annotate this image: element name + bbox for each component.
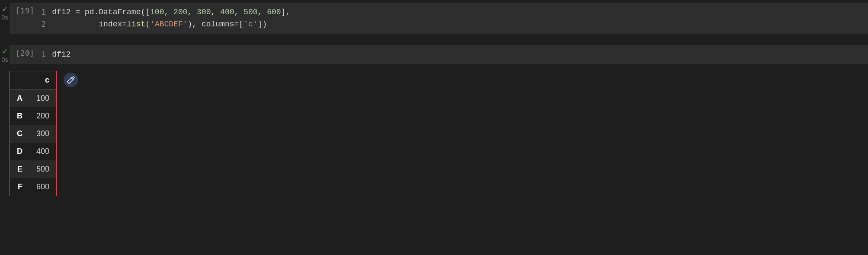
line-number: 2 <box>41 18 46 30</box>
exec-count: [19] <box>10 3 38 34</box>
line-number: 1 <box>41 6 46 18</box>
table-row: B200 <box>10 107 56 125</box>
dataframe-cell: 400 <box>29 143 56 160</box>
code-token: df12 <box>52 50 70 59</box>
code-block[interactable]: [19] 1 2 df12 = pd.DataFrame([100, 200, … <box>10 3 868 34</box>
line-numbers: 1 2 <box>38 3 52 34</box>
code-token: 500 <box>243 8 257 16</box>
magic-wand-icon <box>67 76 75 84</box>
code-token: index <box>99 20 122 29</box>
code-token: 200 <box>173 8 187 16</box>
code-token: 300 <box>197 8 211 16</box>
dataframe-row-header: F <box>10 178 29 196</box>
code-token: ], <box>281 8 291 16</box>
code-token: ( <box>145 20 150 29</box>
line-number: 1 <box>41 48 46 61</box>
code-token: , <box>164 8 173 16</box>
code-token: [ <box>239 20 243 29</box>
code-token: 100 <box>150 8 164 16</box>
dataframe-corner <box>10 71 29 89</box>
status-success-icon: ✓ <box>2 5 8 13</box>
code-cell: ✓ 0s [19] 1 2 df12 = pd.DataFrame([100, … <box>0 3 868 34</box>
output-content: c A100 B200 C300 D400 E500 F600 <box>10 71 868 196</box>
dataframe-col-header: c <box>29 71 56 89</box>
code-token: , <box>187 8 197 16</box>
dataframe-cell: 600 <box>29 178 56 196</box>
exec-count: [20] <box>10 45 38 64</box>
code-token: 'c' <box>243 20 257 29</box>
code-token: , <box>258 8 267 16</box>
dataframe-table: c A100 B200 C300 D400 E500 F600 <box>10 71 57 196</box>
code-token: = <box>234 20 239 29</box>
code-token: , <box>211 8 221 16</box>
cell-body: [20] 1 df12 c A100 B200 <box>10 45 868 196</box>
dataframe-cell: 200 <box>29 107 56 125</box>
dataframe-row-header: D <box>10 143 29 160</box>
code-token: list <box>127 20 145 29</box>
code-token: 400 <box>220 8 234 16</box>
code-token: = <box>122 20 127 29</box>
dataframe-row-header: C <box>10 125 29 143</box>
code-content[interactable]: df12 = pd.DataFrame([100, 200, 300, 400,… <box>52 3 290 34</box>
table-row: C300 <box>10 125 56 143</box>
dataframe-row-header: A <box>10 89 29 107</box>
dataframe-row-header: B <box>10 107 29 125</box>
exec-timing: 0s <box>2 14 8 21</box>
dataframe-cell: 500 <box>29 160 56 178</box>
table-row: A100 <box>10 89 56 107</box>
indent-guide <box>52 20 99 29</box>
code-cell: ✓ 0s [20] 1 df12 c A100 <box>0 45 868 196</box>
code-token: pd.DataFrame([ <box>80 8 150 16</box>
code-token: df12 <box>52 8 75 16</box>
cell-gutter: ✓ 0s <box>0 45 10 63</box>
code-token: 600 <box>267 8 281 16</box>
code-token: 'ABCDEF' <box>150 20 187 29</box>
code-token: ]) <box>258 20 267 29</box>
exec-timing: 0s <box>2 56 8 63</box>
table-row: F600 <box>10 178 56 196</box>
status-success-icon: ✓ <box>2 48 8 55</box>
table-row: D400 <box>10 143 56 160</box>
table-row: E500 <box>10 160 56 178</box>
dataframe-cell: 300 <box>29 125 56 143</box>
magic-wand-button[interactable] <box>64 73 78 87</box>
code-token: = <box>75 8 80 16</box>
code-token: , <box>234 8 244 16</box>
output-area: c A100 B200 C300 D400 E500 F600 <box>10 64 868 196</box>
code-content[interactable]: df12 <box>52 45 70 64</box>
code-token: ), columns <box>188 20 234 29</box>
dataframe-cell: 100 <box>29 89 56 107</box>
cell-gutter: ✓ 0s <box>0 3 10 21</box>
dataframe-row-header: E <box>10 160 29 178</box>
cell-body: [19] 1 2 df12 = pd.DataFrame([100, 200, … <box>10 3 868 34</box>
code-block[interactable]: [20] 1 df12 <box>10 45 868 64</box>
line-numbers: 1 <box>38 45 52 64</box>
